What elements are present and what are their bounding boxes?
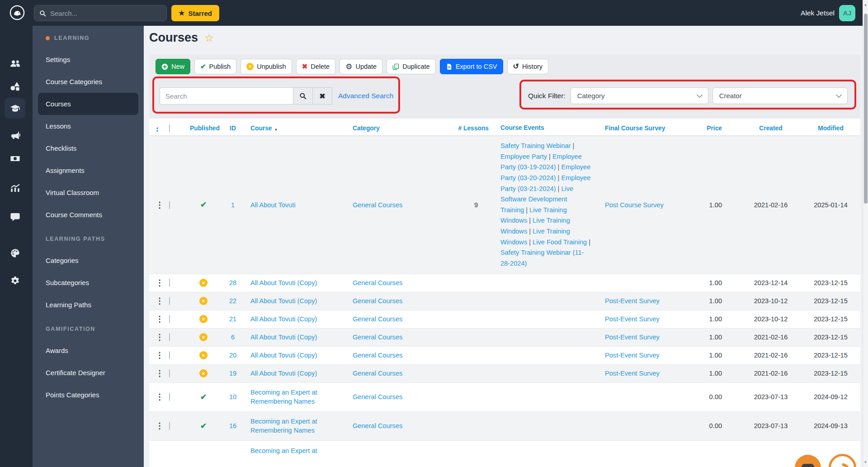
global-search-input[interactable]: [50, 10, 154, 17]
category-filter-select[interactable]: Category: [571, 87, 708, 104]
new-button[interactable]: New: [156, 59, 190, 74]
sidebar-item-categories[interactable]: Categories: [33, 249, 144, 272]
course-link[interactable]: All About Tovuti: [244, 200, 350, 210]
column-header-price[interactable]: Price: [703, 125, 737, 132]
checkbox[interactable]: [169, 422, 170, 430]
learning-graduation-cap-icon[interactable]: [5, 98, 25, 119]
row-drag-handle[interactable]: ⋮: [156, 351, 169, 359]
global-search[interactable]: [34, 5, 167, 21]
course-link[interactable]: All About Tovuti (Copy): [244, 333, 350, 342]
category-link[interactable]: General Courses: [350, 352, 454, 359]
unpublish-button[interactable]: ✕Unpublish: [241, 59, 292, 74]
sidebar-item-course-categories[interactable]: Course Categories: [33, 71, 144, 93]
course-id-link[interactable]: 21: [222, 315, 244, 323]
course-link[interactable]: Becoming an Expert at: [244, 441, 350, 455]
column-header-lessons[interactable]: # Lessons: [454, 125, 491, 132]
sidebar-item-certificate-designer[interactable]: Certificate Designer: [33, 362, 144, 384]
checkbox[interactable]: [169, 297, 170, 305]
category-link[interactable]: General Courses: [350, 370, 454, 377]
column-header-course[interactable]: Course▲: [244, 124, 350, 133]
row-drag-handle[interactable]: ⋮: [156, 279, 169, 287]
checkbox[interactable]: [169, 369, 170, 377]
megaphone-icon[interactable]: [5, 124, 25, 145]
tovuti-logo-icon[interactable]: [9, 5, 25, 20]
sidebar-item-points-categories[interactable]: Points Categories: [33, 384, 144, 406]
category-link[interactable]: General Courses: [350, 315, 454, 323]
final-course-survey-link[interactable]: Post-Event Survey: [601, 334, 703, 341]
category-link[interactable]: General Courses: [350, 334, 454, 341]
category-link[interactable]: General Courses: [350, 279, 454, 286]
duplicate-button[interactable]: Duplicate: [387, 59, 435, 74]
checkbox[interactable]: [169, 333, 170, 341]
sidebar-item-subcategories[interactable]: Subcategories: [33, 272, 144, 294]
row-drag-handle[interactable]: ⋮: [156, 297, 169, 305]
delete-button[interactable]: ✖Delete: [296, 59, 336, 74]
course-link[interactable]: All About Tovuti (Copy): [244, 369, 350, 378]
category-link[interactable]: General Courses: [350, 297, 454, 305]
course-link[interactable]: Becoming an Expert at Remembering Names: [244, 417, 350, 435]
chart-icon[interactable]: [5, 177, 25, 198]
course-event-link[interactable]: Safety Training Webinar (11-28-2024): [500, 249, 584, 267]
advanced-search-link[interactable]: Advanced Search: [338, 92, 393, 100]
row-drag-handle[interactable]: ⋮: [156, 393, 169, 401]
course-id-link[interactable]: 22: [222, 297, 244, 305]
course-id-link[interactable]: 10: [222, 393, 244, 400]
avatar[interactable]: AJ: [839, 5, 855, 21]
export-to-csv-button[interactable]: Export to CSV: [440, 59, 503, 74]
chat-icon[interactable]: [5, 206, 25, 227]
checkbox[interactable]: [169, 124, 170, 132]
course-id-link[interactable]: 19: [222, 370, 244, 377]
column-header-created[interactable]: Created: [737, 125, 805, 132]
column-header-category[interactable]: Category: [350, 125, 454, 132]
scroll-up-arrow-icon[interactable]: ▲: [863, 3, 868, 7]
row-checkbox[interactable]: [169, 297, 185, 305]
course-link[interactable]: All About Tovuti (Copy): [244, 351, 350, 360]
palette-icon[interactable]: [5, 243, 25, 263]
course-id-link[interactable]: 28: [222, 279, 244, 286]
row-checkbox[interactable]: [169, 370, 185, 377]
update-button[interactable]: ⚙Update: [340, 59, 382, 74]
course-event-link[interactable]: Employee Party: [500, 153, 547, 160]
publish-button[interactable]: ✔Publish: [194, 59, 236, 74]
search-submit-button[interactable]: [293, 87, 313, 105]
final-course-survey-link[interactable]: Post-Event Survey: [601, 297, 703, 305]
scroll-down-arrow-icon[interactable]: ▼: [863, 460, 868, 464]
row-drag-handle[interactable]: ⋮: [156, 333, 169, 341]
final-course-survey-link[interactable]: Post-Event Survey: [601, 370, 703, 377]
column-header-course-events[interactable]: Course Events: [491, 119, 601, 138]
category-link[interactable]: General Courses: [350, 393, 454, 400]
row-checkbox[interactable]: [169, 352, 185, 359]
category-link[interactable]: General Courses: [350, 201, 454, 209]
column-header-final-course-survey[interactable]: Final Course Survey: [601, 125, 703, 132]
final-course-survey-link[interactable]: Post-Event Survey: [601, 315, 703, 323]
row-drag-handle[interactable]: ⋮: [156, 315, 169, 323]
course-event-link[interactable]: Safety Training Webinar: [500, 142, 571, 149]
column-header-published[interactable]: Published: [185, 125, 222, 132]
row-checkbox[interactable]: [169, 315, 185, 323]
favorite-star-icon[interactable]: ☆: [204, 33, 214, 43]
course-id-link[interactable]: 6: [222, 334, 244, 341]
checkbox[interactable]: [169, 201, 170, 209]
gear-icon[interactable]: [5, 270, 25, 291]
table-search-input[interactable]: [160, 87, 293, 105]
starred-button[interactable]: ★ Starred: [171, 5, 219, 21]
sidebar-item-virtual-classroom[interactable]: Virtual Classroom: [33, 181, 144, 204]
course-id-link[interactable]: 20: [222, 352, 244, 359]
sidebar-item-learning-paths[interactable]: Learning Paths: [33, 294, 144, 316]
sidebar-item-assignments[interactable]: Assignments: [33, 159, 144, 181]
final-course-survey-link[interactable]: Post Course Survey: [601, 201, 703, 209]
search-clear-button[interactable]: ✖: [313, 87, 332, 105]
column-header-modified[interactable]: Modified: [805, 125, 857, 132]
shapes-icon[interactable]: [5, 76, 25, 96]
sidebar-item-awards[interactable]: Awards: [33, 339, 144, 362]
sidebar-item-settings[interactable]: Settings: [33, 48, 144, 71]
course-id-link[interactable]: 16: [222, 422, 244, 429]
course-link[interactable]: All About Tovuti (Copy): [244, 296, 350, 305]
sidebar-item-course-comments[interactable]: Course Comments: [33, 204, 144, 226]
users-icon[interactable]: [5, 53, 25, 74]
course-event-link[interactable]: Live Food Training: [533, 238, 587, 246]
row-drag-handle[interactable]: ⋮: [156, 422, 169, 430]
select-all-checkbox[interactable]: [169, 125, 185, 132]
user-name[interactable]: Alek Jetsel: [801, 9, 835, 17]
course-link[interactable]: All About Tovuti (Copy): [244, 315, 350, 324]
